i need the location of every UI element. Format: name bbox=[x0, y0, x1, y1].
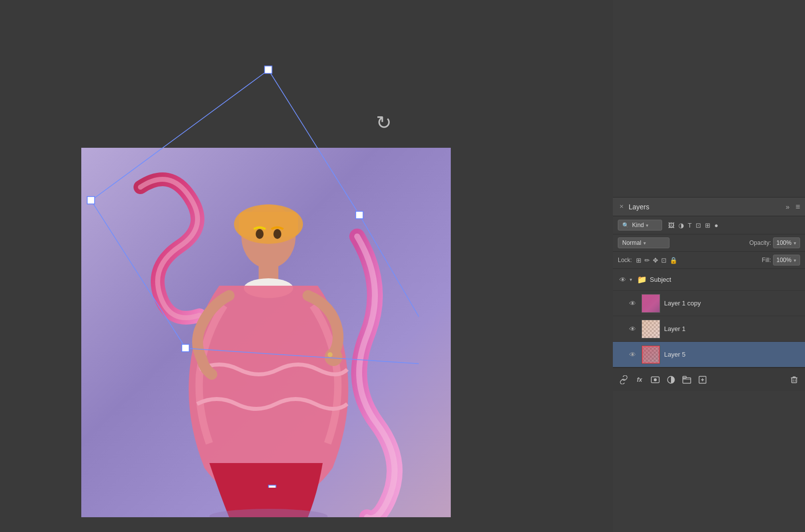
adjustment-filter-icon[interactable]: ◑ bbox=[678, 222, 684, 229]
eye-button-layer5[interactable]: 👁 bbox=[628, 350, 637, 360]
layer-list: 👁 ▾ 📁 Subject 👁 Layer 1 copy 👁 Layer 1 bbox=[613, 269, 805, 367]
kind-filter-icons: 🖼 ◑ T ⊡ ⊞ ● bbox=[668, 222, 718, 229]
panel-title: Layers bbox=[629, 203, 649, 211]
panel-header: ✕ Layers » ≡ bbox=[613, 198, 805, 216]
panel-header-left: ✕ Layers bbox=[618, 203, 649, 211]
folder-icon-subject: 📁 bbox=[637, 275, 647, 284]
lock-artboard-icon[interactable]: ⊡ bbox=[661, 257, 667, 264]
fill-chevron-icon: ▾ bbox=[794, 258, 796, 263]
layer-thumbnail-layer1 bbox=[641, 320, 660, 338]
new-layer-button[interactable] bbox=[697, 374, 708, 386]
expand-icon-subject[interactable]: ▾ bbox=[630, 277, 632, 282]
layers-panel: ✕ Layers » ≡ 🔍 Kind ▾ 🖼 ◑ T ⊡ ⊞ ● bbox=[613, 197, 805, 391]
shape-filter-icon[interactable]: ⊡ bbox=[696, 222, 701, 229]
layer-name-layer1copy: Layer 1 copy bbox=[664, 299, 800, 307]
layer-name-subject: Subject bbox=[650, 276, 800, 283]
layer-name-layer5: Layer 5 bbox=[664, 351, 800, 358]
opacity-chevron-icon: ▾ bbox=[794, 240, 796, 246]
blend-mode-label: Normal bbox=[622, 239, 641, 246]
panel-collapse-button[interactable]: » bbox=[786, 203, 790, 211]
lock-row: Lock: ⊞ ✏ ✥ ⊡ 🔒 Fill: 100% ▾ bbox=[613, 252, 805, 269]
fill-group: Fill: 100% ▾ bbox=[762, 255, 800, 266]
lock-move-icon[interactable]: ✥ bbox=[653, 257, 658, 264]
lock-pixels-icon[interactable]: ⊞ bbox=[636, 257, 641, 264]
link-layers-button[interactable] bbox=[618, 374, 630, 386]
panel-menu-button[interactable]: ≡ bbox=[796, 202, 800, 211]
svg-point-9 bbox=[328, 352, 333, 357]
svg-point-5 bbox=[273, 229, 281, 239]
canvas-wrapper: .handle { fill: white; stroke: #6080ff; … bbox=[44, 64, 419, 488]
fill-value-text: 100% bbox=[776, 257, 792, 264]
opacity-label: Opacity: bbox=[749, 239, 771, 246]
svg-rect-27 bbox=[792, 378, 797, 383]
blend-chevron-icon: ▾ bbox=[643, 240, 646, 246]
canvas-area: .handle { fill: white; stroke: #6080ff; … bbox=[0, 0, 463, 532]
eye-button-layer1copy[interactable]: 👁 bbox=[628, 299, 637, 308]
opacity-value-text: 100% bbox=[776, 239, 792, 246]
blend-row: Normal ▾ Opacity: 100% ▾ bbox=[613, 234, 805, 252]
fill-input[interactable]: 100% ▾ bbox=[773, 255, 800, 266]
lock-label: Lock: bbox=[618, 257, 632, 264]
svg-point-20 bbox=[654, 378, 657, 381]
svg-text:↺: ↺ bbox=[376, 112, 392, 133]
kind-filter-row: 🔍 Kind ▾ 🖼 ◑ T ⊡ ⊞ ● bbox=[613, 216, 805, 234]
delete-layer-button[interactable] bbox=[788, 374, 800, 386]
type-filter-icon[interactable]: T bbox=[688, 222, 692, 229]
layer-item-layer1copy[interactable]: 👁 Layer 1 copy bbox=[613, 291, 805, 316]
layer-name-layer1: Layer 1 bbox=[664, 325, 800, 332]
new-group-button[interactable] bbox=[681, 374, 693, 386]
filter-dot-icon[interactable]: ● bbox=[714, 222, 718, 229]
add-adjustment-button[interactable] bbox=[665, 374, 677, 386]
svg-point-4 bbox=[256, 229, 264, 239]
opacity-group: Opacity: 100% ▾ bbox=[749, 237, 800, 248]
add-mask-button[interactable] bbox=[649, 374, 661, 386]
fill-label: Fill: bbox=[762, 257, 771, 264]
svg-rect-12 bbox=[265, 66, 272, 73]
kind-chevron-icon: ▾ bbox=[646, 223, 648, 228]
svg-rect-23 bbox=[683, 376, 686, 378]
layer-item-layer1[interactable]: 👁 Layer 1 bbox=[613, 316, 805, 342]
kind-filter-select[interactable]: 🔍 Kind ▾ bbox=[618, 220, 662, 231]
lock-icons: ⊞ ✏ ✥ ⊡ 🔒 bbox=[636, 257, 677, 264]
svg-rect-3 bbox=[239, 212, 298, 236]
kind-filter-label: Kind bbox=[632, 222, 644, 229]
layer-thumbnail-layer5 bbox=[641, 345, 660, 364]
lock-draw-icon[interactable]: ✏ bbox=[644, 257, 650, 264]
main-image[interactable] bbox=[81, 148, 451, 517]
pixel-filter-icon[interactable]: 🖼 bbox=[668, 222, 674, 229]
right-panel: ✕ Layers » ≡ 🔍 Kind ▾ 🖼 ◑ T ⊡ ⊞ ● bbox=[613, 0, 805, 532]
opacity-input[interactable]: 100% ▾ bbox=[773, 237, 800, 248]
smartobject-filter-icon[interactable]: ⊞ bbox=[705, 222, 710, 229]
model-content bbox=[81, 148, 451, 517]
blend-mode-select[interactable]: Normal ▾ bbox=[618, 237, 670, 248]
layer-thumbnail-layer1copy bbox=[641, 294, 660, 313]
panel-close-button[interactable]: ✕ bbox=[618, 203, 625, 210]
layer-item-layer5[interactable]: 👁 Layer 5 bbox=[613, 342, 805, 367]
eye-button-subject[interactable]: 👁 bbox=[618, 275, 628, 285]
svg-point-8 bbox=[325, 348, 342, 366]
layer-group-subject[interactable]: 👁 ▾ 📁 Subject bbox=[613, 269, 805, 291]
layer-effects-button[interactable]: fx bbox=[634, 374, 645, 386]
panel-footer: fx bbox=[613, 367, 805, 391]
eye-button-layer1[interactable]: 👁 bbox=[628, 324, 637, 334]
search-icon: 🔍 bbox=[622, 222, 629, 229]
lock-all-icon[interactable]: 🔒 bbox=[670, 257, 677, 264]
